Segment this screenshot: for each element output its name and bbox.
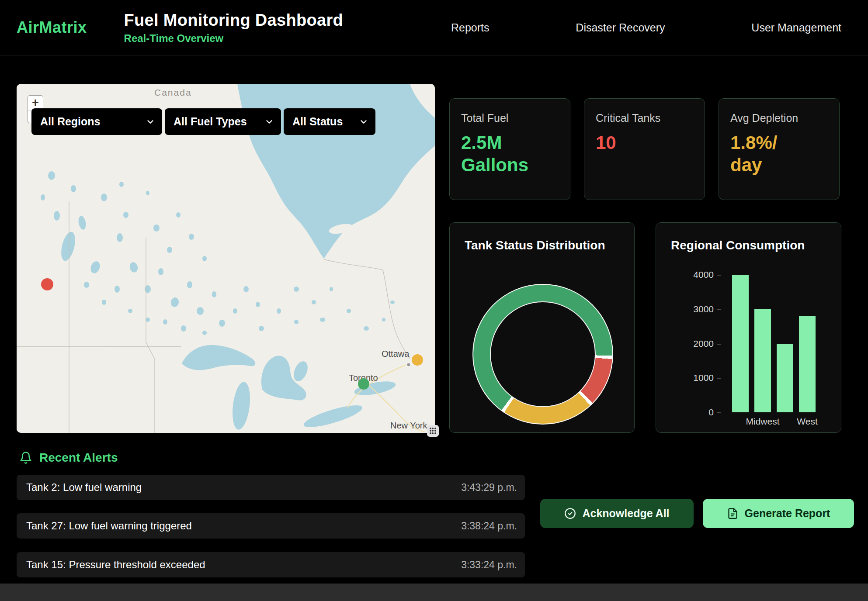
stat-value-avg-depletion: 1.8%/ day [730, 131, 806, 176]
stat-label: Total Fuel [461, 112, 559, 124]
donut-hole [490, 301, 596, 407]
stat-label: Avg Depletion [730, 112, 828, 124]
check-circle-icon [564, 508, 576, 519]
bar-ytick-label: 2000 [677, 339, 714, 349]
bar-column: West [799, 275, 816, 412]
map-label-ottawa: Ottawa [382, 349, 410, 359]
chevron-down-icon [264, 117, 274, 127]
regions-filter-dropdown[interactable]: All Regions [31, 108, 162, 135]
nav-reports[interactable]: Reports [451, 21, 490, 34]
bar-chart-bars: MidwestWest [732, 275, 816, 412]
stat-card-critical-tanks: Critical Tanks 10 [584, 98, 705, 200]
acknowledge-all-button[interactable]: Acknowledge All [540, 499, 694, 528]
alert-row: Tank 15: Pressure threshold exceeded 3:3… [17, 552, 525, 577]
generate-report-button[interactable]: Generate Report [703, 499, 854, 528]
recent-alerts-title: Recent Alerts [39, 451, 118, 465]
tank-status-donut-chart [472, 284, 613, 425]
stats-row: Total Fuel 2.5M Gallons Critical Tanks 1… [449, 98, 840, 200]
recent-alerts-heading: Recent Alerts [19, 451, 118, 465]
bottom-strip [0, 584, 868, 601]
generate-report-label: Generate Report [745, 507, 830, 520]
consumption-bar-1 [754, 309, 771, 412]
map-resize-grip-icon[interactable] [427, 425, 439, 437]
stat-value-critical-tanks: 10 [596, 131, 671, 154]
alert-row: Tank 2: Low fuel warning 3:43:29 p.m. [17, 475, 525, 500]
bar-ytick-label: 1000 [677, 373, 714, 383]
bar-xtick-label: Midwest [746, 416, 779, 427]
chevron-down-icon [146, 117, 155, 127]
nav-disaster-recovery[interactable]: Disaster Recovery [576, 21, 665, 34]
map-panel: Canada Ottawa Toronto New York + All Reg… [17, 84, 435, 433]
stat-card-total-fuel: Total Fuel 2.5M Gallons [449, 98, 570, 200]
bell-icon [19, 451, 32, 464]
acknowledge-all-label: Acknowledge All [582, 507, 669, 520]
map-label-canada: Canada [154, 87, 192, 97]
status-filter-dropdown[interactable]: All Status [284, 108, 375, 135]
consumption-bar-2 [777, 344, 793, 413]
fuel-monitoring-dashboard: AirMatrix Fuel Monitoring Dashboard Real… [0, 0, 868, 601]
bar-ytick-label: 4000 [677, 270, 714, 280]
tank-status-distribution-card: Tank Status Distribution [449, 222, 635, 433]
page-subtitle: Real-Time Overview [124, 32, 343, 45]
consumption-bar-0 [732, 275, 749, 412]
map-label-new-york: New York [390, 421, 427, 430]
bar-xtick-label: West [797, 416, 817, 427]
bar-column: Midwest [754, 275, 771, 412]
alert-message: Tank 15: Pressure threshold exceeded [26, 559, 205, 571]
map-canvas[interactable]: Canada Ottawa Toronto New York [17, 84, 435, 433]
title-block: Fuel Monitoring Dashboard Real-Time Over… [124, 11, 343, 45]
warning-tank-marker[interactable] [412, 354, 423, 366]
chart-title: Regional Consumption [671, 238, 805, 252]
header: AirMatrix Fuel Monitoring Dashboard Real… [0, 0, 868, 55]
status-filter-value: All Status [292, 115, 343, 128]
chart-title: Tank Status Distribution [465, 238, 605, 252]
bar-chart-yaxis: 40003000200010000 [677, 270, 714, 417]
chevron-down-icon [359, 117, 368, 127]
alert-timestamp: 3:43:29 p.m. [461, 482, 517, 494]
page-title: Fuel Monitoring Dashboard [124, 11, 343, 30]
fuel-types-filter-value: All Fuel Types [174, 115, 247, 128]
bar-column [732, 275, 749, 412]
regional-consumption-card: Regional Consumption 40003000200010000 M… [656, 222, 841, 433]
consumption-bar-3 [799, 316, 816, 413]
bar-ytick-label: 3000 [677, 304, 714, 314]
alert-timestamp: 3:38:24 p.m. [461, 520, 517, 532]
alert-message: Tank 2: Low fuel warning [26, 481, 142, 494]
bar-column [777, 275, 793, 412]
report-document-icon [727, 508, 739, 519]
brand-logo: AirMatrix [17, 18, 87, 37]
normal-tank-marker[interactable] [358, 378, 369, 390]
alert-timestamp: 3:33:24 p.m. [461, 559, 517, 571]
critical-tank-marker[interactable] [41, 278, 53, 290]
nav-user-management[interactable]: User Management [751, 21, 841, 34]
top-nav: Reports Disaster Recovery User Managemen… [451, 21, 841, 34]
alert-message: Tank 27: Low fuel warning triggered [26, 520, 192, 532]
stat-label: Critical Tanks [596, 112, 693, 124]
map-filter-bar: All Regions All Fuel Types All Status [31, 108, 375, 135]
bar-ytick-label: 0 [677, 408, 714, 417]
regions-filter-value: All Regions [40, 115, 101, 128]
stat-value-total-fuel: 2.5M Gallons [461, 131, 536, 176]
alert-row: Tank 27: Low fuel warning triggered 3:38… [17, 513, 525, 539]
fuel-types-filter-dropdown[interactable]: All Fuel Types [165, 108, 281, 135]
stat-card-avg-depletion: Avg Depletion 1.8%/ day [719, 98, 840, 200]
map-city-dot-ottawa [407, 363, 411, 367]
